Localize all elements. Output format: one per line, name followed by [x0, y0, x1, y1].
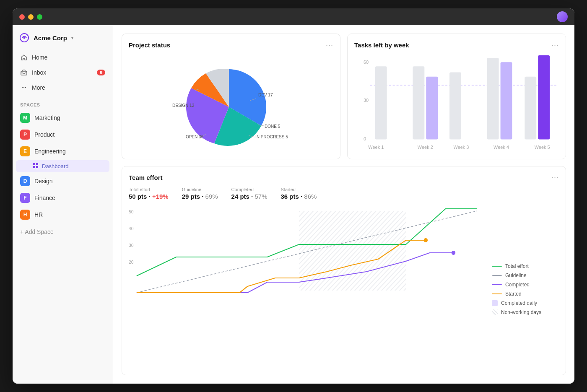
tasks-week-header: Tasks left by week ···: [354, 41, 559, 49]
svg-rect-28: [487, 58, 499, 140]
finance-avatar: F: [20, 193, 30, 203]
sidebar-item-marketing[interactable]: M Marketing: [16, 110, 109, 126]
legend-box-nonworking: [492, 309, 498, 315]
engineering-label: Engineering: [34, 148, 66, 155]
effort-stat-total: Total effort 50 pts · +19%: [129, 187, 169, 200]
line-chart-legend: Total effort Guideline Completed St: [492, 207, 559, 368]
legend-line-started: [492, 293, 502, 294]
effort-main: 50 40 30 20: [129, 207, 559, 368]
sidebar: Acme Corp ▾ Home Inbox 9: [13, 25, 113, 384]
legend-label-nonworking: Non-working days: [501, 309, 541, 315]
svg-text:60: 60: [364, 60, 369, 65]
guideline-label: Guideline: [182, 187, 218, 192]
tasks-week-menu[interactable]: ···: [551, 41, 559, 49]
sidebar-item-home[interactable]: Home: [16, 50, 109, 65]
svg-rect-24: [375, 66, 387, 139]
total-effort-label: Total effort: [129, 187, 169, 192]
svg-text:DESIGN 12: DESIGN 12: [172, 103, 195, 108]
svg-rect-9: [36, 166, 38, 168]
sidebar-item-hr[interactable]: H HR: [16, 207, 109, 223]
legend-label-total: Total effort: [505, 263, 529, 269]
minimize-button[interactable]: [28, 14, 34, 20]
inbox-label: Inbox: [32, 69, 46, 76]
titlebar: [13, 8, 574, 25]
finance-label: Finance: [34, 195, 55, 201]
team-effort-menu[interactable]: ···: [551, 173, 559, 182]
brand-chevron-icon: ▾: [71, 36, 73, 40]
legend-completed-daily: Completed daily: [492, 300, 559, 306]
legend-dash-guideline: [492, 275, 502, 276]
more-label: More: [32, 84, 45, 91]
team-effort-card: Team effort ··· Total effort 50 pts · +1…: [122, 166, 566, 375]
design-avatar: D: [20, 176, 30, 186]
brand-icon: [19, 33, 29, 43]
svg-rect-31: [538, 55, 550, 140]
svg-text:Week 4: Week 4: [493, 145, 509, 150]
svg-text:50: 50: [129, 209, 134, 214]
line-chart-area: 50 40 30 20: [129, 207, 485, 368]
top-row: Project status ···: [122, 34, 566, 159]
effort-stat-guideline: Guideline 29 pts · 69%: [182, 187, 218, 200]
spaces-section-label: Spaces: [13, 97, 113, 110]
svg-text:Week 5: Week 5: [535, 145, 550, 150]
project-status-menu[interactable]: ···: [326, 41, 333, 49]
svg-rect-6: [33, 163, 35, 165]
sidebar-item-product[interactable]: P Product: [16, 127, 109, 143]
started-value: 36 pts · 86%: [281, 193, 317, 200]
svg-rect-29: [501, 62, 512, 139]
svg-text:OPEN 36: OPEN 36: [186, 135, 204, 139]
close-button[interactable]: [19, 14, 25, 20]
sidebar-item-engineering[interactable]: E Engineering: [16, 143, 109, 159]
user-avatar[interactable]: [557, 11, 568, 22]
product-label: Product: [34, 131, 55, 138]
add-space-label: + Add Space: [20, 228, 54, 235]
legend-guideline: Guideline: [492, 273, 559, 278]
completed-label: Completed: [231, 187, 268, 192]
svg-point-1: [23, 37, 26, 39]
sidebar-brand[interactable]: Acme Corp ▾: [13, 25, 113, 49]
sidebar-item-finance[interactable]: F Finance: [16, 190, 109, 206]
svg-text:IN PROGRESS 5: IN PROGRESS 5: [255, 135, 288, 139]
hr-label: HR: [34, 211, 43, 218]
main-layout: Acme Corp ▾ Home Inbox 9: [13, 25, 574, 384]
add-space-button[interactable]: + Add Space: [13, 225, 113, 239]
svg-rect-30: [525, 77, 536, 140]
svg-text:30: 30: [129, 243, 134, 248]
sidebar-item-inbox[interactable]: Inbox 9: [16, 65, 109, 80]
project-status-card: Project status ···: [122, 34, 340, 159]
svg-rect-8: [33, 166, 35, 168]
line-chart-svg: 50 40 30 20: [129, 207, 485, 295]
design-label: Design: [34, 178, 53, 184]
maximize-button[interactable]: [37, 14, 42, 20]
bar-chart-container: 60 30 0: [354, 55, 559, 152]
main-content: Project status ···: [113, 25, 574, 384]
effort-stat-started: Started 36 pts · 86%: [281, 187, 317, 200]
completed-value: 24 pts · 57%: [231, 193, 268, 200]
tasks-week-title: Tasks left by week: [354, 42, 409, 49]
svg-text:DEV 17: DEV 17: [258, 93, 273, 97]
marketing-avatar: M: [20, 113, 30, 123]
sidebar-item-dashboard[interactable]: Dashboard: [16, 160, 109, 172]
svg-point-44: [452, 251, 455, 255]
inbox-icon: [20, 69, 28, 76]
sidebar-item-design[interactable]: D Design: [16, 173, 109, 189]
sidebar-item-more[interactable]: More: [16, 80, 109, 95]
svg-point-4: [23, 87, 24, 88]
legend-label-daily: Completed daily: [501, 300, 537, 306]
pie-chart: DEV 17 DONE 5 IN PROGRESS 5 OPEN 36 DESI…: [164, 55, 298, 155]
svg-point-5: [25, 87, 26, 88]
dashboard-icon: [33, 163, 39, 170]
team-effort-header: Team effort ···: [129, 173, 559, 182]
svg-text:20: 20: [129, 260, 134, 265]
legend-line-completed: [492, 284, 502, 285]
inbox-badge: 9: [97, 70, 105, 75]
legend-non-working: Non-working days: [492, 309, 559, 315]
started-label: Started: [281, 187, 317, 192]
home-icon: [20, 54, 28, 61]
traffic-lights: [19, 14, 42, 20]
project-status-header: Project status ···: [129, 41, 333, 49]
brand-name: Acme Corp: [34, 34, 67, 42]
svg-rect-26: [426, 77, 438, 140]
more-icon: [20, 84, 28, 91]
bar-chart-svg: 60 30 0: [354, 55, 559, 152]
